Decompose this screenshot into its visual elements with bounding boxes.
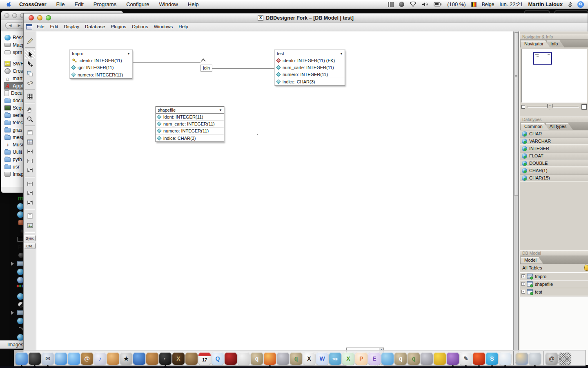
tool-select-area[interactable] xyxy=(25,69,35,78)
tree-item-shapefile[interactable]: +shapefile xyxy=(520,280,588,288)
keyboard-label[interactable]: Belge xyxy=(482,2,494,7)
tool-table-list[interactable] xyxy=(25,137,35,147)
back-icon[interactable]: ◀ xyxy=(9,23,12,27)
desktop-icon-bomb-7[interactable] xyxy=(8,252,24,259)
dock-idvd[interactable] xyxy=(133,352,145,365)
desktop-icon-diamonds-11[interactable] xyxy=(8,285,24,292)
dock-messenger[interactable] xyxy=(381,352,394,365)
app-menu-plugins[interactable]: Plugins xyxy=(108,23,129,30)
dock-quicktime[interactable]: Q xyxy=(212,352,224,365)
desktop-icon-trifolder-14[interactable] xyxy=(8,309,24,316)
er-table-header-fmpro[interactable]: fmpro▼ xyxy=(70,50,132,57)
dbmodel-tab-model[interactable]: Model xyxy=(521,257,543,264)
dock-terminal[interactable]: >_ xyxy=(159,352,172,365)
er-table-header-test[interactable]: test▼ xyxy=(275,50,345,57)
app-zoom-button[interactable] xyxy=(46,15,51,20)
er-table-fmpro[interactable]: fmpro▼idento: INTEGER(11)ign: INTEGER(11… xyxy=(70,50,132,79)
zoom-slider-track[interactable]: ≡ xyxy=(528,106,579,108)
app-menu-help[interactable]: Help xyxy=(176,23,191,30)
datatype-char[interactable]: CHAR xyxy=(520,130,588,137)
desktop-icon-red-3[interactable] xyxy=(8,219,24,226)
expand-plus-icon[interactable]: + xyxy=(521,274,525,278)
disclosure-triangle-icon[interactable] xyxy=(11,311,16,315)
battery-icon[interactable] xyxy=(434,2,442,7)
app-menu-options[interactable]: Options xyxy=(129,23,151,30)
er-column-shapefile-1[interactable]: num_carte: INTEGER(11) xyxy=(156,121,224,128)
keyboard-flag-icon[interactable] xyxy=(471,2,477,7)
dock-toolkit[interactable] xyxy=(434,352,446,365)
spaces-icon[interactable] xyxy=(388,2,394,7)
tool-edit-pointer-pencil[interactable] xyxy=(25,36,35,46)
tool-image-tool[interactable] xyxy=(25,221,35,230)
tool-pointer[interactable] xyxy=(25,50,35,59)
dock-expander-b[interactable] xyxy=(421,352,433,365)
app-menu-windows[interactable]: Windows xyxy=(151,23,176,30)
dock-word[interactable]: W xyxy=(316,352,328,365)
finder-back-forward[interactable]: ◀ ▶ xyxy=(5,22,24,29)
tool-create-button[interactable]: Cre. xyxy=(24,243,36,249)
dock-expander-a[interactable] xyxy=(277,352,289,365)
diagram-canvas[interactable]: join fmpro▼idento: INTEGER(11)ign: INTEG… xyxy=(36,31,513,365)
er-column-fmpro-1[interactable]: ign: INTEGER(11) xyxy=(70,64,132,71)
dock-frames[interactable] xyxy=(185,352,198,365)
dock-macbox[interactable] xyxy=(238,352,250,365)
expand-plus-icon[interactable]: + xyxy=(521,282,525,286)
er-table-test[interactable]: test▼idento: INTEGER(11) (FK)num_carte: … xyxy=(275,50,345,85)
datatype-double[interactable]: DOUBLE xyxy=(520,159,588,167)
dock-trash[interactable] xyxy=(559,352,571,365)
tree-item-fmpro[interactable]: +fmpro xyxy=(520,273,588,280)
relation-join-label[interactable]: join xyxy=(200,65,212,72)
app-menu-file[interactable]: File xyxy=(34,23,47,30)
desktop-icon-folderln-5[interactable] xyxy=(8,236,24,242)
zoom-out-box[interactable] xyxy=(521,105,525,109)
app-close-button[interactable] xyxy=(29,15,34,20)
mac-menu-file[interactable]: File xyxy=(56,1,65,7)
navigator-viewport[interactable] xyxy=(533,52,552,65)
datatype-varchar[interactable]: VARCHAR xyxy=(520,137,588,145)
dock-crossover[interactable] xyxy=(516,352,528,365)
mac-menu-crossover[interactable]: CrossOver xyxy=(19,1,46,7)
dock-imovie[interactable]: ★ xyxy=(120,352,132,365)
mac-menu-programs[interactable]: Programs xyxy=(94,1,116,7)
dock-downloader[interactable] xyxy=(473,352,485,365)
app-menu-database[interactable]: Database xyxy=(82,23,108,30)
dock-frontrow[interactable] xyxy=(225,352,237,365)
dock-garageband[interactable] xyxy=(146,352,158,365)
finder-close-button[interactable] xyxy=(4,13,9,18)
zoom-in-box[interactable] xyxy=(581,104,587,110)
desktop-icon-bwcircle-13[interactable] xyxy=(8,301,24,308)
desktop-icon-globe-2[interactable] xyxy=(8,211,24,218)
dock-stuffit-d[interactable]: q xyxy=(408,352,420,365)
app-minimize-button[interactable] xyxy=(37,15,42,20)
desktop-icon-globe-15[interactable] xyxy=(8,317,24,324)
dock-excel[interactable]: X xyxy=(342,352,354,365)
dock-stuffit-b[interactable]: q xyxy=(290,352,302,365)
dock-itunes[interactable]: ♪ xyxy=(94,352,106,365)
chevron-down-icon[interactable]: ▼ xyxy=(127,52,130,56)
airport-icon[interactable] xyxy=(410,2,416,7)
dock-mail[interactable]: ✉ xyxy=(42,352,54,365)
er-column-shapefile-3[interactable]: indice: CHAR(3) xyxy=(156,135,224,141)
tool-eraser[interactable] xyxy=(25,78,35,88)
sync-icon[interactable] xyxy=(399,2,404,7)
er-column-fmpro-2[interactable]: numero: INTEGER(11) xyxy=(70,71,132,78)
desktop-icon-globe-9[interactable] xyxy=(8,268,24,275)
dock-ichat[interactable] xyxy=(68,352,80,365)
desktop-icon-bluesphere-10[interactable] xyxy=(8,276,24,283)
datatype-integer[interactable]: INTEGER xyxy=(520,145,588,152)
dock-textedit[interactable]: ✎ xyxy=(460,352,472,365)
disclosure-triangle-icon[interactable] xyxy=(11,262,16,266)
mac-menu-window[interactable]: Window xyxy=(159,1,178,7)
tool-relation-1n-dashed-2[interactable] xyxy=(25,156,35,166)
bluetooth-icon[interactable] xyxy=(568,2,572,7)
dock-omnigraffle[interactable] xyxy=(447,352,459,365)
dock-ical[interactable]: 17 xyxy=(198,352,211,365)
dock-app-x-dark[interactable]: X xyxy=(172,352,185,365)
chevron-down-icon[interactable]: ▼ xyxy=(219,108,222,112)
datatypes-tab-all-types[interactable]: All types xyxy=(546,123,573,130)
mac-menu-configure[interactable]: Configure xyxy=(126,1,149,7)
tool-new-table[interactable] xyxy=(25,128,35,137)
zoom-slider-thumb[interactable]: ≡ xyxy=(547,104,552,110)
datatype-char1[interactable]: CHAR(1) xyxy=(520,167,588,174)
desktop-icon-globe-12[interactable] xyxy=(8,293,24,300)
